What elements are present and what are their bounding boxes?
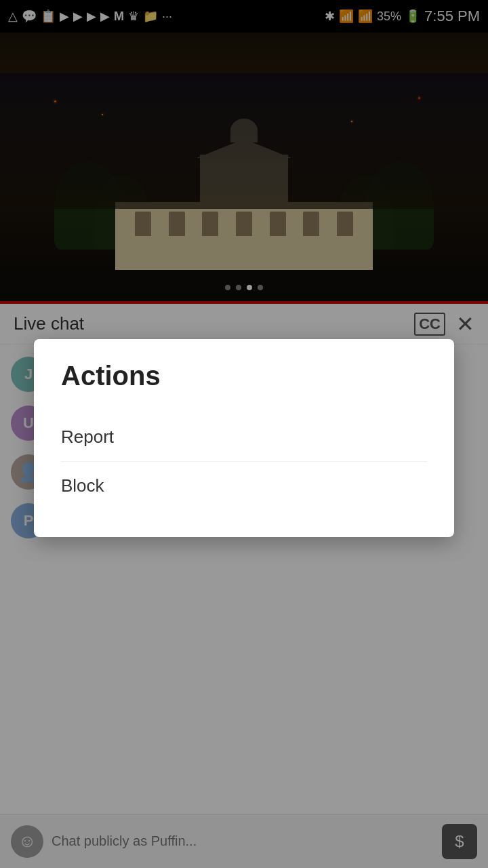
actions-modal: Actions Report Block [34, 339, 454, 537]
modal-title: Actions [61, 361, 427, 391]
report-action[interactable]: Report [61, 413, 427, 462]
block-action[interactable]: Block [61, 462, 427, 510]
